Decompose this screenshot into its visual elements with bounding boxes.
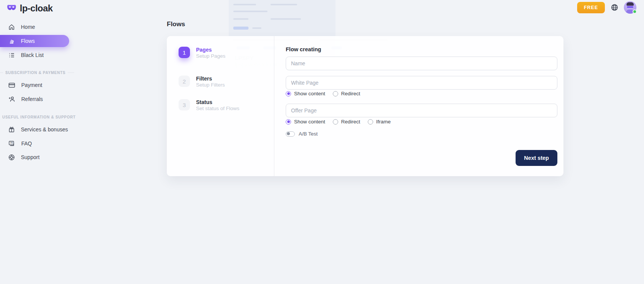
radio-icon	[286, 119, 291, 125]
sidebar-item-support[interactable]: Support	[0, 151, 74, 163]
card-divider	[274, 36, 274, 176]
radio-redirect[interactable]: Redirect	[333, 119, 360, 125]
referrals-icon	[8, 96, 15, 102]
page-title: Flows	[167, 21, 185, 28]
section-label: USEFUL INFORMATION & SUPPORT	[2, 115, 76, 119]
step-number: 1	[179, 47, 190, 58]
support-icon	[8, 154, 15, 161]
step-title: Filters	[196, 76, 225, 82]
topbar-right: FREE	[577, 1, 636, 14]
sidebar-item-label: Support	[21, 154, 40, 160]
flows-icon	[8, 38, 15, 44]
step-subtitle: Setup Pages	[196, 53, 225, 59]
sidebar-item-label: FAQ	[21, 140, 32, 147]
radio-icon	[368, 119, 373, 125]
radio-icon	[333, 91, 338, 96]
svg-text:?!: ?!	[10, 141, 13, 145]
sidebar-item-home[interactable]: Home	[0, 21, 74, 33]
avatar[interactable]	[624, 1, 636, 14]
step-number: 2	[179, 76, 190, 87]
white-page-input[interactable]	[286, 76, 557, 90]
radio-label: Iframe	[376, 119, 391, 125]
flow-creating-card: 1 Pages Setup Pages 2 Filters Setup Filt…	[167, 36, 563, 176]
blacklist-icon	[8, 52, 15, 58]
white-page-radio-group: Show content Redirect	[286, 91, 360, 96]
radio-icon	[333, 119, 338, 125]
sidebar-item-payment[interactable]: Payment	[0, 79, 74, 91]
radio-iframe[interactable]: Iframe	[368, 119, 391, 125]
home-icon	[8, 24, 15, 30]
ab-test-toggle[interactable]	[286, 131, 295, 137]
next-step-button[interactable]: Next step	[516, 150, 557, 166]
step-title: Pages	[196, 47, 225, 53]
sidebar-item-referrals[interactable]: Referrals	[0, 93, 74, 105]
radio-icon	[286, 91, 291, 96]
offer-page-input[interactable]	[286, 104, 557, 117]
sidebar-item-label: Payment	[21, 82, 42, 88]
brand-logo[interactable]: lp-cloak	[6, 3, 53, 14]
sidebar-section-subscription: SUBSCRIPTION & PAYMENTS	[0, 71, 74, 75]
ab-test-label: A/B Test	[299, 131, 318, 137]
sidebar-item-label: Referrals	[21, 96, 43, 102]
sidebar-section-support: USEFUL INFORMATION & SUPPORT	[0, 115, 74, 119]
faq-icon: ?!	[8, 140, 15, 147]
sidebar-item-label: Services & bonuses	[21, 126, 68, 133]
brand-name: lp-cloak	[20, 3, 53, 14]
plan-badge[interactable]: FREE	[577, 2, 605, 13]
step-subtitle: Set status of Flows	[196, 106, 239, 111]
toggle-knob	[287, 132, 290, 135]
radio-label: Show content	[294, 91, 325, 96]
sidebar-item-faq[interactable]: ?! FAQ	[0, 138, 74, 149]
step-number: 3	[179, 99, 190, 110]
online-status-dot	[633, 9, 637, 14]
sidebar-item-label: Flows	[21, 38, 35, 44]
radio-label: Show content	[294, 119, 325, 125]
radio-show-content[interactable]: Show content	[286, 91, 325, 96]
app-canvas: LPSPY lpspy.webstick.com.ua lp-cloak FRE…	[0, 0, 644, 284]
offer-page-radio-group: Show content Redirect Iframe	[286, 119, 391, 125]
form-title: Flow creating	[286, 46, 321, 52]
name-input[interactable]	[286, 57, 557, 70]
sidebar-item-services[interactable]: Services & bonuses	[0, 124, 74, 135]
sidebar-item-label: Black List	[21, 52, 44, 58]
step-status[interactable]: 3 Status Set status of Flows	[179, 99, 239, 111]
mask-icon	[6, 4, 17, 13]
step-subtitle: Setup Filters	[196, 82, 225, 88]
ab-test-toggle-row: A/B Test	[286, 131, 318, 137]
gift-icon	[8, 126, 15, 133]
step-filters[interactable]: 2 Filters Setup Filters	[179, 76, 225, 88]
sidebar-item-label: Home	[21, 24, 35, 30]
radio-label: Redirect	[341, 91, 360, 96]
sidebar-item-flows[interactable]: Flows	[0, 35, 69, 47]
section-label: SUBSCRIPTION & PAYMENTS	[5, 71, 65, 75]
sidebar-item-black-list[interactable]: Black List	[0, 49, 74, 61]
radio-redirect[interactable]: Redirect	[333, 91, 360, 96]
step-pages[interactable]: 1 Pages Setup Pages	[179, 47, 225, 59]
globe-icon[interactable]	[611, 4, 618, 11]
radio-label: Redirect	[341, 119, 360, 125]
payment-icon	[8, 82, 15, 88]
step-title: Status	[196, 99, 239, 105]
radio-show-content[interactable]: Show content	[286, 119, 325, 125]
